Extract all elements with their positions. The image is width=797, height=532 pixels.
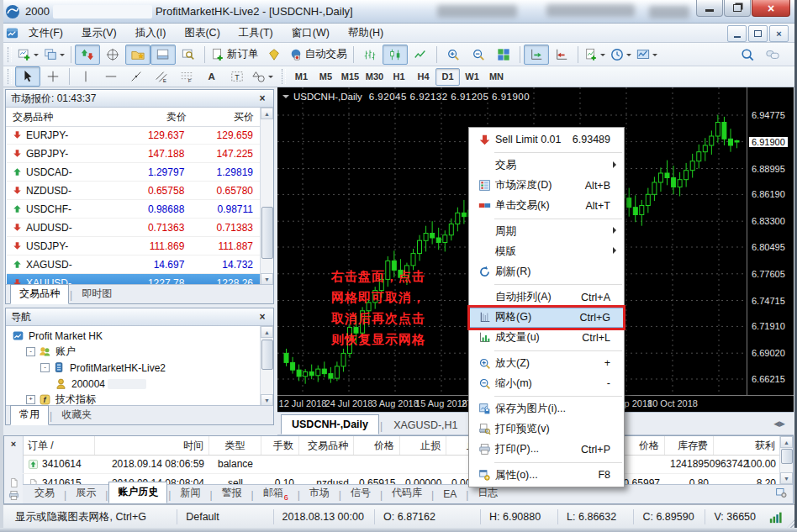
- history-column-获利[interactable]: 获利: [714, 436, 779, 455]
- arrows-button[interactable]: [250, 66, 276, 87]
- equidistant-channel-button[interactable]: E: [149, 66, 174, 87]
- search-button[interactable]: [735, 45, 760, 65]
- one-click-trading-arrow-icon[interactable]: [282, 95, 289, 102]
- tree-item-技术指标[interactable]: +f技术指标: [7, 392, 260, 405]
- terminal-button[interactable]: [150, 45, 176, 65]
- terminal-tab-市场[interactable]: 市场: [301, 483, 338, 503]
- navigator-tab-收藏夹[interactable]: 收藏夹: [53, 406, 100, 424]
- market-watch-row-EURJPY-[interactable]: EURJPY-129.637129.659: [7, 126, 260, 145]
- horizontal-line-button[interactable]: [98, 66, 124, 87]
- history-column-交易品种[interactable]: 交易品种: [299, 436, 354, 455]
- history-column-类型[interactable]: 类型: [209, 436, 261, 455]
- market-watch-button[interactable]: [75, 45, 100, 65]
- autotrading-button[interactable]: 自动交易: [287, 45, 350, 65]
- scroll-down-icon[interactable]: ▼: [780, 472, 793, 484]
- terminal-tab-信号[interactable]: 信号: [342, 483, 379, 503]
- timeframe-M15[interactable]: M15: [338, 68, 362, 86]
- menu-工具(T)[interactable]: 工具(T): [230, 24, 282, 43]
- new-chart-button[interactable]: [15, 45, 41, 65]
- tree-item-200004[interactable]: 200004: [7, 376, 260, 392]
- timeframe-H1[interactable]: H1: [387, 68, 411, 86]
- context-menu-item-单击交易(k)[interactable]: 单击交易(k)Alt+T: [469, 196, 624, 216]
- history-column-止损[interactable]: 止损: [400, 436, 446, 455]
- dropdown-caret-icon[interactable]: [268, 76, 273, 81]
- chart-tab-USDCNH-,Daily[interactable]: USDCNH-,Daily: [281, 414, 379, 435]
- scroll-up-icon[interactable]: ▲: [261, 326, 273, 338]
- context-menu-item-市场深度(D)[interactable]: 市场深度(D)Alt+B: [469, 176, 624, 196]
- context-menu-item-网格(G)[interactable]: 网格(G)Ctrl+G: [469, 308, 624, 328]
- history-column-手数[interactable]: 手数: [261, 436, 299, 455]
- collapse-icon[interactable]: -: [26, 347, 35, 356]
- menu-帮助(H)[interactable]: 帮助(H): [339, 24, 393, 43]
- market-watch-row-XAGUSD-[interactable]: XAGUSD-14.69714.732: [7, 255, 260, 274]
- close-icon[interactable]: ×: [11, 439, 16, 449]
- context-menu-item-保存为图片(i)...[interactable]: 保存为图片(i)...: [469, 399, 624, 419]
- menu-窗口(W)[interactable]: 窗口(W): [282, 24, 339, 43]
- timeframe-M1[interactable]: M1: [289, 68, 314, 86]
- timeframe-H4[interactable]: H4: [411, 68, 435, 86]
- scroll-left-icon[interactable]: ◀: [773, 419, 779, 428]
- context-menu-item-交易[interactable]: 交易: [469, 155, 624, 176]
- menu-插入(I)[interactable]: 插入(I): [126, 24, 176, 43]
- terminal-tab-展示[interactable]: 展示: [67, 483, 104, 503]
- navigator-button[interactable]: [125, 45, 150, 65]
- history-column-订单 /[interactable]: 订单 /: [23, 436, 95, 455]
- context-menu-item-刷新(R)[interactable]: 刷新(R): [469, 261, 624, 282]
- menu-图表(C)[interactable]: 图表(C): [175, 24, 229, 43]
- dropdown-caret-icon[interactable]: [626, 54, 631, 59]
- context-menu-item-成交量(u)[interactable]: 成交量(u)Ctrl+L: [469, 328, 624, 348]
- zoom-in-button[interactable]: [441, 45, 466, 65]
- tree-item-Profit Market HK[interactable]: Profit Market HK: [7, 328, 260, 344]
- close-icon[interactable]: ×: [256, 312, 268, 322]
- minimize-button[interactable]: [696, 0, 723, 17]
- chart-shift-button[interactable]: [549, 45, 574, 65]
- context-menu-item-缩小(m)[interactable]: 缩小(m)-: [469, 373, 624, 393]
- text-label-button[interactable]: T: [224, 66, 250, 87]
- terminal-tab-邮箱[interactable]: 邮箱6: [255, 483, 297, 503]
- tree-item-ProfitMarketHK-Live2[interactable]: -ProfitMarketHK-Live2: [7, 360, 260, 376]
- tree-item-账户[interactable]: -账户: [7, 344, 260, 360]
- templates-button[interactable]: [634, 45, 660, 65]
- navigator-tab-常用[interactable]: 常用: [10, 405, 49, 425]
- market-watch-row-USDJPY-[interactable]: USDJPY-111.869111.887: [7, 237, 260, 255]
- menu-显示(V)[interactable]: 显示(V): [72, 24, 126, 43]
- market-watch-row-AUDUSD-[interactable]: AUDUSD-0.713630.71383: [7, 219, 260, 237]
- crosshair-button[interactable]: [40, 66, 66, 87]
- market-watch-tab-交易品种[interactable]: 交易品种: [10, 284, 69, 304]
- periods-button[interactable]: [608, 45, 634, 65]
- text-button[interactable]: A: [199, 66, 224, 87]
- scroll-down-icon[interactable]: ▼: [261, 273, 273, 285]
- terminal-tab-警报[interactable]: 警报: [214, 483, 251, 503]
- toolbar-grip[interactable]: [8, 47, 12, 62]
- metaeditor-button[interactable]: [261, 45, 287, 65]
- auto-scroll-button[interactable]: [524, 45, 549, 65]
- trendline-button[interactable]: [124, 66, 149, 87]
- column-header-卖价[interactable]: 卖价: [123, 110, 193, 124]
- profiles-button[interactable]: [41, 45, 67, 65]
- title-bar[interactable]: 2000 ProfitMarketHK-Live2 - [USDCNH-,Dai…: [0, 0, 797, 24]
- navigator-header[interactable]: 导航 ×: [6, 308, 273, 326]
- timeframe-M5[interactable]: M5: [314, 68, 338, 86]
- data-window-button[interactable]: [100, 45, 125, 65]
- scroll-down-icon[interactable]: ▼: [261, 394, 273, 406]
- history-row-3410614[interactable]: 34106142018.09.14 08:06:59balance1241895…: [23, 455, 779, 474]
- menu-文件(F)[interactable]: 文件(F): [19, 24, 72, 43]
- dropdown-caret-icon[interactable]: [600, 54, 605, 59]
- chart-tab-XAGUSD-,H1[interactable]: XAGUSD-,H1: [383, 416, 467, 435]
- scroll-up-icon[interactable]: ▲: [261, 108, 273, 119]
- toolbar-grip[interactable]: [282, 69, 286, 84]
- context-menu-item-Sell Limit 0.01[interactable]: Sell Limit 0.016.93489: [469, 129, 624, 150]
- market-watch-row-XAUUSD-[interactable]: XAUUSD-1227.781228.26: [7, 274, 260, 284]
- context-menu-item-打印(P)...[interactable]: 打印(P)...Ctrl+P: [469, 440, 624, 460]
- zoom-out-button[interactable]: [466, 45, 491, 65]
- context-menu-item-属性(o)...[interactable]: 属性(o)...F8: [469, 465, 624, 485]
- dock-grip[interactable]: [8, 477, 19, 501]
- close-button[interactable]: ×: [752, 0, 790, 17]
- terminal-tab-账户历史[interactable]: 账户历史: [108, 482, 167, 503]
- market-watch-tab-即时图[interactable]: 即时图: [73, 285, 120, 303]
- terminal-tab-EA[interactable]: EA: [435, 486, 465, 503]
- context-menu-item-打印预览(v)[interactable]: 打印预览(v): [469, 419, 624, 440]
- mdi-restore-button[interactable]: [748, 25, 768, 42]
- scroll-right-icon[interactable]: ▶: [779, 419, 785, 428]
- history-column-价格[interactable]: 价格: [354, 436, 400, 455]
